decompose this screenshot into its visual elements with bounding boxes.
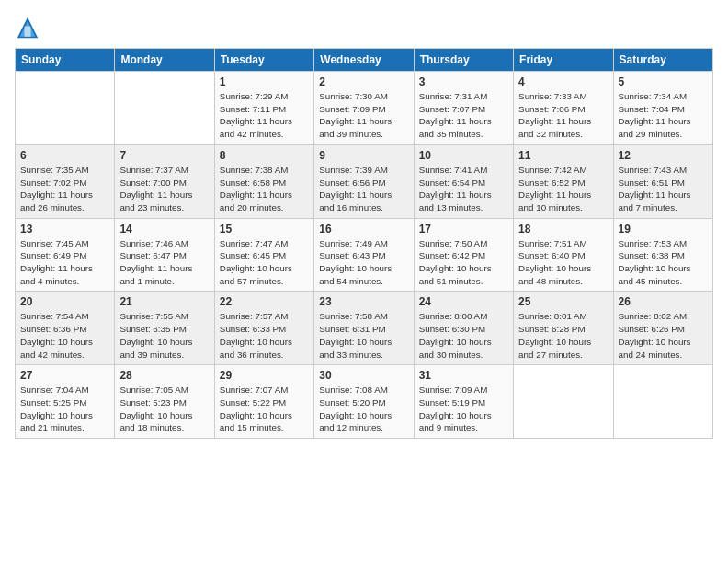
day-number: 21	[119, 295, 209, 308]
day-number: 18	[518, 223, 608, 236]
calendar-cell: 13Sunrise: 7:45 AM Sunset: 6:49 PM Dayli…	[16, 218, 115, 292]
day-number: 28	[119, 369, 209, 382]
calendar-cell	[115, 72, 214, 145]
day-number: 22	[220, 295, 309, 308]
calendar-week-5: 27Sunrise: 7:04 AM Sunset: 5:25 PM Dayli…	[16, 365, 713, 439]
day-number: 26	[619, 295, 708, 308]
day-number: 30	[319, 369, 408, 382]
day-number: 31	[419, 369, 508, 382]
page-header	[15, 15, 713, 40]
calendar-cell: 11Sunrise: 7:42 AM Sunset: 6:52 PM Dayli…	[514, 144, 613, 218]
weekday-header-tuesday: Tuesday	[214, 49, 313, 72]
calendar-week-3: 13Sunrise: 7:45 AM Sunset: 6:49 PM Dayli…	[16, 218, 713, 292]
day-info: Sunrise: 7:08 AM Sunset: 5:20 PM Dayligh…	[319, 384, 408, 434]
calendar-cell: 17Sunrise: 7:50 AM Sunset: 6:42 PM Dayli…	[414, 218, 513, 292]
weekday-header-monday: Monday	[115, 49, 214, 72]
calendar-cell: 28Sunrise: 7:05 AM Sunset: 5:23 PM Dayli…	[115, 365, 214, 439]
day-number: 13	[20, 223, 109, 236]
day-info: Sunrise: 7:04 AM Sunset: 5:25 PM Dayligh…	[20, 384, 109, 434]
day-number: 29	[220, 369, 309, 382]
calendar-cell: 24Sunrise: 8:00 AM Sunset: 6:30 PM Dayli…	[414, 292, 513, 365]
calendar-cell	[16, 72, 115, 145]
day-info: Sunrise: 7:50 AM Sunset: 6:42 PM Dayligh…	[419, 237, 508, 288]
calendar-cell: 31Sunrise: 7:09 AM Sunset: 5:19 PM Dayli…	[414, 365, 513, 439]
day-number: 12	[619, 149, 708, 162]
day-info: Sunrise: 7:47 AM Sunset: 6:45 PM Dayligh…	[220, 237, 309, 288]
calendar-cell: 3Sunrise: 7:31 AM Sunset: 7:07 PM Daylig…	[414, 72, 513, 145]
calendar-table: SundayMondayTuesdayWednesdayThursdayFrid…	[15, 48, 713, 439]
day-info: Sunrise: 7:51 AM Sunset: 6:40 PM Dayligh…	[518, 237, 608, 288]
calendar-cell: 8Sunrise: 7:38 AM Sunset: 6:58 PM Daylig…	[214, 144, 313, 218]
calendar-cell: 25Sunrise: 8:01 AM Sunset: 6:28 PM Dayli…	[514, 292, 613, 365]
day-info: Sunrise: 7:57 AM Sunset: 6:33 PM Dayligh…	[220, 310, 309, 361]
calendar-body: 1Sunrise: 7:29 AM Sunset: 7:11 PM Daylig…	[16, 72, 713, 439]
weekday-header-row: SundayMondayTuesdayWednesdayThursdayFrid…	[16, 49, 713, 72]
weekday-header-sunday: Sunday	[16, 49, 115, 72]
calendar-cell: 1Sunrise: 7:29 AM Sunset: 7:11 PM Daylig…	[214, 72, 313, 145]
calendar-cell: 18Sunrise: 7:51 AM Sunset: 6:40 PM Dayli…	[514, 218, 613, 292]
day-number: 8	[220, 149, 309, 162]
calendar-cell: 4Sunrise: 7:33 AM Sunset: 7:06 PM Daylig…	[514, 72, 613, 145]
day-info: Sunrise: 7:38 AM Sunset: 6:58 PM Dayligh…	[220, 164, 309, 214]
calendar-cell: 23Sunrise: 7:58 AM Sunset: 6:31 PM Dayli…	[314, 292, 414, 365]
day-number: 6	[20, 149, 109, 162]
day-number: 27	[20, 369, 109, 382]
day-info: Sunrise: 7:49 AM Sunset: 6:43 PM Dayligh…	[319, 237, 408, 288]
calendar-week-4: 20Sunrise: 7:54 AM Sunset: 6:36 PM Dayli…	[16, 292, 713, 365]
day-info: Sunrise: 7:41 AM Sunset: 6:54 PM Dayligh…	[419, 164, 508, 214]
weekday-header-wednesday: Wednesday	[314, 49, 414, 72]
calendar-cell: 9Sunrise: 7:39 AM Sunset: 6:56 PM Daylig…	[314, 144, 414, 218]
day-info: Sunrise: 7:33 AM Sunset: 7:06 PM Dayligh…	[518, 90, 608, 141]
calendar-header: SundayMondayTuesdayWednesdayThursdayFrid…	[16, 49, 713, 72]
day-info: Sunrise: 7:54 AM Sunset: 6:36 PM Dayligh…	[20, 310, 109, 361]
calendar-cell: 12Sunrise: 7:43 AM Sunset: 6:51 PM Dayli…	[613, 144, 712, 218]
svg-rect-2	[25, 27, 31, 37]
calendar-cell: 21Sunrise: 7:55 AM Sunset: 6:35 PM Dayli…	[115, 292, 214, 365]
day-info: Sunrise: 7:43 AM Sunset: 6:51 PM Dayligh…	[619, 164, 708, 214]
day-number: 3	[419, 75, 508, 88]
day-info: Sunrise: 7:29 AM Sunset: 7:11 PM Dayligh…	[220, 90, 309, 141]
calendar-cell: 30Sunrise: 7:08 AM Sunset: 5:20 PM Dayli…	[314, 365, 414, 439]
day-number: 20	[20, 295, 109, 308]
day-info: Sunrise: 8:00 AM Sunset: 6:30 PM Dayligh…	[419, 310, 508, 361]
weekday-header-saturday: Saturday	[613, 49, 712, 72]
day-info: Sunrise: 7:34 AM Sunset: 7:04 PM Dayligh…	[619, 90, 708, 141]
calendar-cell: 10Sunrise: 7:41 AM Sunset: 6:54 PM Dayli…	[414, 144, 513, 218]
day-info: Sunrise: 7:05 AM Sunset: 5:23 PM Dayligh…	[119, 384, 209, 434]
day-info: Sunrise: 7:45 AM Sunset: 6:49 PM Dayligh…	[20, 237, 109, 288]
calendar-cell: 14Sunrise: 7:46 AM Sunset: 6:47 PM Dayli…	[115, 218, 214, 292]
calendar-cell: 6Sunrise: 7:35 AM Sunset: 7:02 PM Daylig…	[16, 144, 115, 218]
calendar-cell: 19Sunrise: 7:53 AM Sunset: 6:38 PM Dayli…	[613, 218, 712, 292]
day-number: 9	[319, 149, 408, 162]
day-number: 17	[419, 223, 508, 236]
day-number: 23	[319, 295, 408, 308]
day-number: 19	[619, 223, 708, 236]
day-number: 24	[419, 295, 508, 308]
day-info: Sunrise: 7:42 AM Sunset: 6:52 PM Dayligh…	[518, 164, 608, 214]
day-info: Sunrise: 7:46 AM Sunset: 6:47 PM Dayligh…	[119, 237, 209, 288]
day-number: 7	[119, 149, 209, 162]
calendar-cell	[613, 365, 712, 439]
day-number: 2	[319, 75, 408, 88]
day-info: Sunrise: 7:55 AM Sunset: 6:35 PM Dayligh…	[119, 310, 209, 361]
day-info: Sunrise: 7:30 AM Sunset: 7:09 PM Dayligh…	[319, 90, 408, 141]
day-info: Sunrise: 7:31 AM Sunset: 7:07 PM Dayligh…	[419, 90, 508, 141]
day-info: Sunrise: 7:39 AM Sunset: 6:56 PM Dayligh…	[319, 164, 408, 214]
weekday-header-friday: Friday	[514, 49, 613, 72]
day-info: Sunrise: 8:01 AM Sunset: 6:28 PM Dayligh…	[518, 310, 608, 361]
calendar-week-2: 6Sunrise: 7:35 AM Sunset: 7:02 PM Daylig…	[16, 144, 713, 218]
day-info: Sunrise: 7:53 AM Sunset: 6:38 PM Dayligh…	[619, 237, 708, 288]
calendar-cell: 20Sunrise: 7:54 AM Sunset: 6:36 PM Dayli…	[16, 292, 115, 365]
day-info: Sunrise: 7:37 AM Sunset: 7:00 PM Dayligh…	[119, 164, 209, 214]
calendar-cell	[514, 365, 613, 439]
day-info: Sunrise: 7:07 AM Sunset: 5:22 PM Dayligh…	[220, 384, 309, 434]
day-number: 4	[518, 75, 608, 88]
calendar-cell: 5Sunrise: 7:34 AM Sunset: 7:04 PM Daylig…	[613, 72, 712, 145]
logo-icon	[15, 15, 40, 40]
day-number: 1	[220, 75, 309, 88]
calendar-week-1: 1Sunrise: 7:29 AM Sunset: 7:11 PM Daylig…	[16, 72, 713, 145]
day-number: 14	[119, 223, 209, 236]
weekday-header-thursday: Thursday	[414, 49, 513, 72]
calendar-cell: 15Sunrise: 7:47 AM Sunset: 6:45 PM Dayli…	[214, 218, 313, 292]
day-number: 10	[419, 149, 508, 162]
